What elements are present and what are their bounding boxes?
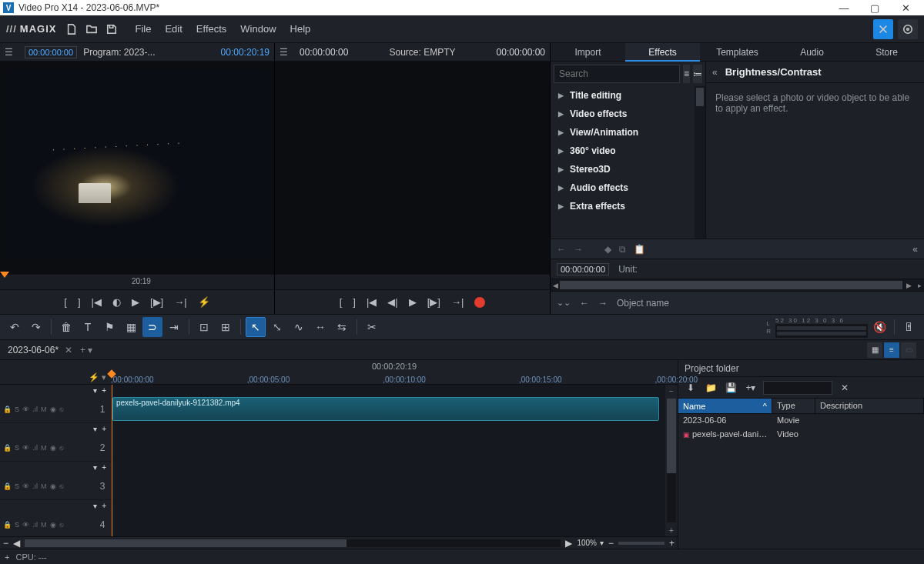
zoom-slider[interactable]: [618, 542, 665, 545]
view-grid-icon[interactable]: ▦: [867, 342, 882, 358]
pf-row[interactable]: ▣pexels-pavel-danily... Video: [678, 428, 924, 442]
track-add-icon[interactable]: +: [102, 463, 106, 472]
timeline-add-tab-icon[interactable]: + ▾: [80, 345, 92, 355]
lock-icon[interactable]: 🔒: [3, 405, 12, 413]
src-prev-button[interactable]: |◀: [367, 296, 377, 308]
timeline-tab-close-icon[interactable]: ✕: [65, 345, 72, 355]
tab-audio[interactable]: Audio: [775, 43, 849, 62]
zoom-out-icon[interactable]: −: [608, 538, 614, 549]
timeline-ruler[interactable]: ⚡ ▾ 00:00:20:19 ,00:00:00:00 ,00:00:05:0…: [0, 360, 678, 385]
ripple-button[interactable]: ⇥: [164, 317, 184, 337]
detail-view-icon[interactable]: ≔: [693, 65, 702, 83]
pf-row[interactable]: 2023-06-06 Movie: [678, 414, 924, 428]
new-file-icon[interactable]: [65, 23, 78, 35]
curve-tool[interactable]: ∿: [289, 317, 309, 337]
list-view-icon[interactable]: ≡: [683, 65, 690, 83]
effects-scrollbar[interactable]: [695, 86, 705, 239]
kf-add-icon[interactable]: ◆: [604, 244, 611, 255]
slip-tool[interactable]: ⇆: [332, 317, 352, 337]
menu-effects[interactable]: Effects: [196, 23, 227, 35]
hscroll-thumb[interactable]: [560, 281, 902, 289]
title-button[interactable]: T: [78, 317, 98, 337]
kf-prev-icon[interactable]: ←: [557, 244, 566, 255]
insert-button[interactable]: ⊞: [216, 317, 236, 337]
pf-save-icon[interactable]: 💾: [723, 380, 738, 395]
program-menu-icon[interactable]: ☰: [5, 47, 18, 58]
program-preview[interactable]: [0, 62, 274, 274]
vscroll-minus-icon[interactable]: −: [665, 385, 678, 397]
play-range-button[interactable]: [▶]: [150, 296, 163, 308]
redo-button[interactable]: ↷: [26, 317, 46, 337]
overwrite-button[interactable]: ⊡: [194, 317, 214, 337]
undo-button[interactable]: ↶: [5, 317, 25, 337]
tab-store[interactable]: Store: [849, 43, 924, 62]
delete-button[interactable]: 🗑: [56, 317, 76, 337]
track-add-icon[interactable]: +: [102, 386, 106, 395]
program-ruler[interactable]: 20:19: [0, 274, 274, 289]
hscroll-end-icon[interactable]: ▸: [915, 279, 924, 291]
hscroll-right-icon[interactable]: ▶: [565, 538, 572, 549]
view-film-icon[interactable]: ▭: [901, 342, 916, 358]
group-button[interactable]: ▦: [121, 317, 141, 337]
play-button[interactable]: ▶: [132, 296, 139, 308]
effect-cat-stereo3d[interactable]: ▶Stereo3D: [551, 160, 705, 179]
tab-templates[interactable]: Templates: [700, 43, 775, 62]
track-header-2[interactable]: 🔒S👁.ılM◉⎋ 2: [0, 434, 111, 462]
hscroll-track[interactable]: [25, 539, 561, 547]
menu-edit[interactable]: Edit: [165, 23, 182, 35]
hscroll-start-icon[interactable]: −: [3, 538, 8, 549]
fx-toggle-button[interactable]: [873, 19, 893, 39]
effects-search-input[interactable]: [554, 65, 680, 83]
jog-button[interactable]: ⚡: [198, 296, 210, 308]
pf-col-type[interactable]: Type: [772, 399, 815, 413]
loop-button[interactable]: ◐: [112, 296, 121, 308]
playhead-line[interactable]: [112, 385, 112, 536]
src-play-button[interactable]: ▶: [409, 296, 417, 308]
program-tc-in[interactable]: 00:00:00:00: [25, 46, 77, 58]
close-button[interactable]: ✕: [890, 2, 921, 14]
effect-cat-extra[interactable]: ▶Extra effects: [551, 197, 705, 215]
prev-button[interactable]: |◀: [92, 296, 102, 308]
hscroll-left-icon[interactable]: ◀: [13, 538, 20, 549]
track-collapse-icon[interactable]: ▾: [93, 502, 97, 510]
mixer-button[interactable]: 🎚: [899, 317, 919, 337]
src-step-back-button[interactable]: ◀|: [387, 296, 397, 308]
track-lane-4[interactable]: [111, 511, 665, 536]
sort-icon[interactable]: ^: [763, 402, 767, 411]
vol-icon[interactable]: .ıl: [32, 405, 38, 413]
magnet-button[interactable]: ⊃: [142, 317, 162, 337]
timeline-tab[interactable]: 2023-06-06* ✕: [8, 345, 72, 355]
kf-paste-icon[interactable]: 📋: [634, 244, 645, 255]
keyframe-hscroll[interactable]: ◀ ▶ ▸: [551, 279, 924, 291]
timeline-vscroll[interactable]: − +: [665, 385, 678, 536]
track-header-3[interactable]: 🔒S👁.ılM◉⎋ 3: [0, 472, 111, 500]
track-zoom-icon[interactable]: ⚡ ▾: [89, 372, 106, 382]
track-content[interactable]: pexels-pavel-danilyuk-9121382.mp4: [111, 385, 665, 536]
effect-cat-audio[interactable]: ▶Audio effects: [551, 179, 705, 197]
disc-button[interactable]: [898, 19, 918, 39]
track-collapse-icon[interactable]: ▾: [93, 463, 97, 472]
pf-folder-icon[interactable]: 📁: [703, 380, 718, 395]
video-clip[interactable]: pexels-pavel-danilyuk-9121382.mp4: [112, 397, 659, 421]
track-header-1[interactable]: 🔒S👁.ılM◉⎋ 1: [0, 395, 111, 423]
obj-next-icon[interactable]: →: [598, 298, 608, 309]
effect-cat-view[interactable]: ▶View/Animation: [551, 123, 705, 142]
pf-clear-icon[interactable]: ✕: [837, 380, 852, 395]
track-add-icon[interactable]: +: [102, 502, 106, 510]
zoom-in-icon[interactable]: +: [669, 538, 675, 549]
kf-collapse-icon[interactable]: «: [912, 244, 918, 255]
select-tool[interactable]: ↖: [246, 317, 266, 337]
track-collapse-icon[interactable]: ▾: [93, 425, 97, 433]
view-list-icon[interactable]: ≡: [884, 342, 899, 358]
source-preview[interactable]: [275, 62, 550, 274]
src-play-range-button[interactable]: [▶]: [427, 296, 440, 308]
mute-button[interactable]: 🔇: [869, 317, 889, 337]
tab-import[interactable]: Import: [551, 43, 625, 62]
eye-icon[interactable]: 👁: [22, 405, 29, 413]
obj-prev-icon[interactable]: ←: [580, 298, 589, 309]
hscroll-left-icon[interactable]: ◀: [551, 279, 560, 291]
pf-filter-input[interactable]: [763, 381, 832, 395]
maximize-button[interactable]: ▢: [859, 2, 890, 14]
record-button[interactable]: [474, 297, 485, 308]
effect-cat-360[interactable]: ▶360° video: [551, 142, 705, 160]
